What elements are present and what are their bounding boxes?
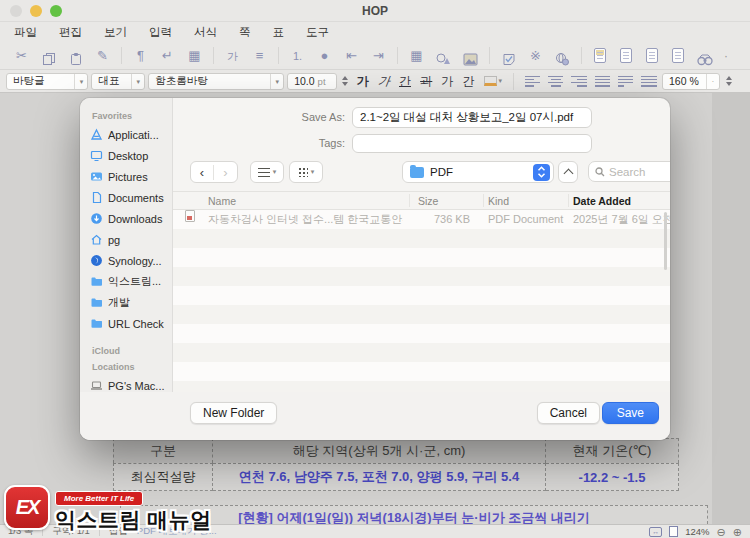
sidebar-item-desktop[interactable]: Desktop [80,145,172,166]
toolbar-overflow-icon[interactable]: · [724,49,728,63]
bullet-icon[interactable]: ● [311,43,338,69]
special-char-icon[interactable]: ※ [522,43,549,69]
column-kind[interactable]: Kind [488,192,509,211]
menu-file[interactable]: 파일 [14,25,37,40]
italic-button[interactable]: 가 [374,73,395,90]
text-box-icon[interactable] [495,46,522,66]
sidebar-item-documents[interactable]: Documents [80,187,172,208]
save-button[interactable]: Save [602,402,659,424]
file-row[interactable]: 자동차검사 인터넷 접수...템 한국교통안전공단.pdf 736 KB PDF… [173,210,670,229]
chevron-up-icon [563,169,573,179]
columns-icon[interactable] [646,48,658,63]
align-right-icon[interactable] [571,75,586,88]
align-distribute-icon[interactable] [618,75,633,88]
column-size[interactable]: Size [418,192,438,211]
find-replace-icon[interactable] [691,46,718,66]
sidebar-item-downloads[interactable]: Downloads [80,208,172,229]
menu-page[interactable]: 쪽 [239,25,251,40]
outdent-icon[interactable]: ⇤ [338,43,365,69]
menu-format[interactable]: 서식 [194,25,217,40]
toolbar-separator [278,47,279,64]
shadow-button[interactable]: 가 [438,73,456,90]
chevron-down-icon: ▾ [131,74,144,89]
menu-tools[interactable]: 도구 [306,25,329,40]
sidebar-item-home[interactable]: pg [80,229,172,250]
zoom-stepper[interactable] [723,73,734,90]
numbering-icon[interactable]: 1. [284,43,311,69]
tags-input[interactable] [352,134,592,153]
zoom-dropdown[interactable]: 160 % · [662,73,720,90]
page-setup-icon[interactable] [594,48,606,63]
snow-report-table: 구분 해당 지역(상위 5개 시·군, cm) 현재 기온(℃) 최심적설량 연… [113,438,679,491]
file-list: 자동차검사 인터넷 접수...템 한국교통안전공단.pdf 736 KB PDF… [173,210,670,392]
copy-icon[interactable] [35,46,62,66]
menu-view[interactable]: 보기 [104,25,127,40]
zoom-in-icon[interactable]: ⊕ [733,527,742,537]
chevron-down-icon: ▾ [270,74,283,89]
bold-button[interactable]: 가 [354,73,372,90]
insert-table-icon[interactable]: ▦ [403,43,430,69]
align-center-icon[interactable] [548,75,563,88]
sidebar-item-extreme[interactable]: 익스트림... [80,271,172,292]
font-size-field[interactable]: 10.0 pt [287,73,337,90]
insert-image-icon[interactable] [457,46,484,66]
sidebar-item-url-check[interactable]: URL Check [80,313,172,334]
parent-folder-button[interactable] [558,161,578,183]
sidebar-item-dev[interactable]: 개발 [80,292,172,313]
strikethrough-button[interactable]: 과 [417,73,435,90]
main-toolbar: ✂ ✎ ¶ ↵ ▦ 가 ≡ 1. ● ⇤ ⇥ ▦ ※ [0,42,750,70]
para-shape-icon[interactable]: ≡ [246,43,273,69]
search-field[interactable] [588,161,670,182]
location-value: PDF [430,166,533,178]
sidebar-item-applications[interactable]: Applicati... [80,124,172,145]
page-borders-icon[interactable] [620,48,632,63]
column-name[interactable]: Name [208,192,236,211]
location-stepper-icon [533,164,550,181]
indent-icon[interactable]: ⇥ [365,43,392,69]
format-painter-icon[interactable]: ✎ [89,43,116,69]
laptop-icon [90,379,103,392]
header-footer-icon[interactable] [672,48,684,63]
dialog-scrollbar[interactable] [664,212,667,270]
char-spacing-button[interactable]: 간 [459,73,477,90]
align-justify-icon[interactable] [595,75,610,88]
menu-bar: 파일 편집 보기 입력 서식 쪽 표 도구 [0,22,750,42]
cancel-button[interactable]: Cancel [537,402,600,424]
list-view-button[interactable]: ▾ [250,161,284,183]
favorites-label: Favorites [80,108,172,124]
fit-page-icon[interactable] [669,526,678,537]
font-size-stepper[interactable] [340,73,351,90]
toolbar-separator [489,47,490,64]
menu-edit[interactable]: 편집 [59,25,82,40]
menu-table[interactable]: 표 [273,25,285,40]
align-left-icon[interactable] [525,75,540,88]
new-folder-button[interactable]: New Folder [190,402,277,424]
cut-icon[interactable]: ✂ [8,43,35,69]
icon-view-button[interactable]: ▾ [289,161,323,183]
menu-input[interactable]: 입력 [149,25,172,40]
sidebar-item-pictures[interactable]: Pictures [80,166,172,187]
zoom-level: 124% [685,526,709,537]
grid-icon[interactable]: ▦ [181,43,208,69]
hyperlink-icon[interactable] [549,46,576,66]
insert-chart-icon[interactable] [430,46,457,66]
forward-button[interactable]: › [214,165,237,180]
location-dropdown[interactable]: PDF [402,161,554,183]
line-break-icon[interactable]: ↵ [154,43,181,69]
zoom-out-icon[interactable]: ⊖ [717,527,726,537]
paste-icon[interactable] [62,46,89,66]
column-date-added[interactable]: Date Added [573,192,631,211]
paragraph-style-dropdown[interactable]: 바탕글 ▾ [6,73,88,90]
sidebar-item-synology[interactable]: Synology... [80,250,172,271]
font-dropdown[interactable]: 함초롬바탕 ▾ [148,73,284,90]
back-button[interactable]: ‹ [191,165,214,180]
save-as-input[interactable] [352,107,592,128]
fit-width-icon[interactable]: ↔ [649,527,662,537]
font-color-dropdown[interactable]: ▾ [481,73,506,89]
line-spacing-icon[interactable] [641,75,656,88]
pilcrow-icon[interactable]: ¶ [127,43,154,69]
search-input[interactable] [609,166,670,178]
preset-dropdown[interactable]: 대표 ▾ [91,73,145,90]
underline-button[interactable]: 간 [396,73,414,90]
char-shape-icon[interactable]: 가 [219,43,246,69]
